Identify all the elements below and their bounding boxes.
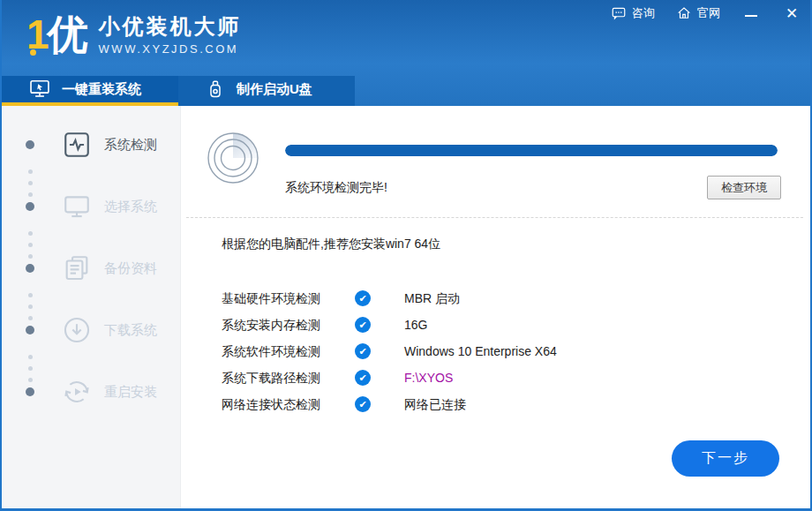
chat-bubble-icon bbox=[611, 5, 627, 21]
app-title: 小优装机大师 bbox=[99, 12, 242, 41]
official-site-label: 官网 bbox=[697, 5, 720, 21]
progress-bar bbox=[285, 145, 778, 156]
check-label: 基础硬件环境检测 bbox=[222, 289, 320, 307]
app-window: 1优 小优装机大师 WWW.XYZJDS.COM bbox=[0, 0, 812, 511]
step-dot bbox=[26, 326, 34, 334]
main-panel: 系统环境检测完毕! 检查环境 根据您的电脑配件,推荐您安装win7 64位 基础… bbox=[181, 106, 810, 508]
check-passed-icon: ✔ bbox=[355, 290, 371, 306]
next-step-button[interactable]: 下一步 bbox=[672, 440, 779, 477]
step-label: 重启安装 bbox=[104, 377, 157, 407]
progress-fill bbox=[285, 145, 778, 156]
topbar: 咨询 官网 ✕ bbox=[611, 5, 801, 21]
consult-label: 咨询 bbox=[632, 5, 655, 21]
tab-reinstall-system[interactable]: 一键重装系统 bbox=[2, 76, 178, 106]
check-passed-icon: ✔ bbox=[355, 317, 371, 333]
check-label: 系统软件环境检测 bbox=[222, 342, 320, 360]
status-text: 系统环境检测完毕! bbox=[285, 180, 387, 196]
pulse-detect-icon bbox=[62, 130, 92, 160]
step-label: 选择系统 bbox=[104, 192, 157, 222]
step-label: 备份资料 bbox=[104, 253, 157, 283]
sidebar-step-system-detect: 系统检测 bbox=[2, 130, 180, 160]
header: 1优 小优装机大师 WWW.XYZJDS.COM bbox=[2, 0, 810, 106]
check-row-network: 网络连接状态检测 ✔ 网络已连接 bbox=[181, 395, 810, 413]
check-label: 网络连接状态检测 bbox=[222, 395, 320, 413]
check-passed-icon: ✔ bbox=[355, 343, 371, 359]
step-dot bbox=[26, 387, 34, 396]
check-row-hardware: 基础硬件环境检测 ✔ MBR 启动 bbox=[181, 289, 810, 307]
sidebar-step-backup-data: 备份资料 bbox=[2, 253, 180, 283]
check-passed-icon: ✔ bbox=[355, 396, 371, 412]
usb-drive-icon bbox=[205, 79, 226, 100]
home-icon bbox=[676, 5, 692, 21]
tab-make-boot-usb[interactable]: 制作启动U盘 bbox=[178, 76, 355, 106]
check-value: F:\XYOS bbox=[404, 369, 453, 387]
consult-link[interactable]: 咨询 bbox=[611, 5, 655, 21]
official-site-link[interactable]: 官网 bbox=[676, 5, 720, 21]
check-label: 系统下载路径检测 bbox=[222, 369, 320, 387]
minimize-button[interactable] bbox=[741, 5, 761, 21]
monitor-icon bbox=[62, 192, 92, 222]
check-value: Windows 10 Enterprise X64 bbox=[404, 342, 557, 360]
check-row-software: 系统软件环境检测 ✔ Windows 10 Enterprise X64 bbox=[181, 342, 810, 360]
dashed-divider bbox=[186, 217, 803, 218]
recommendation-text: 根据您的电脑配件,推荐您安装win7 64位 bbox=[222, 237, 440, 252]
sidebar-step-download-system: 下载系统 bbox=[2, 315, 180, 345]
monitor-cursor-icon bbox=[28, 78, 51, 101]
step-dot bbox=[26, 264, 34, 273]
step-dot bbox=[26, 140, 34, 149]
check-label: 系统安装内存检测 bbox=[222, 316, 320, 334]
sidebar-step-select-system: 选择系统 bbox=[2, 192, 180, 222]
tabbar: 一键重装系统 制作启动U盘 bbox=[2, 76, 355, 106]
logo-dot bbox=[30, 49, 36, 56]
step-label: 系统检测 bbox=[104, 130, 157, 160]
sidebar-steps: 系统检测 选择系统 bbox=[2, 106, 181, 508]
brand-text: 小优装机大师 WWW.XYZJDS.COM bbox=[99, 12, 242, 56]
check-value: 16G bbox=[404, 316, 427, 334]
scan-spinner-icon bbox=[206, 131, 260, 185]
close-icon: ✕ bbox=[786, 6, 798, 21]
brand-logo: 1优 小优装机大师 WWW.XYZJDS.COM bbox=[26, 12, 242, 56]
download-circle-icon bbox=[62, 315, 92, 345]
minimize-icon bbox=[745, 15, 757, 17]
step-label: 下载系统 bbox=[104, 315, 157, 345]
brand-url: WWW.XYZJDS.COM bbox=[99, 42, 242, 56]
sidebar-step-restart-install: 重启安装 bbox=[2, 377, 180, 407]
tab-label: 制作启动U盘 bbox=[237, 81, 312, 98]
close-button[interactable]: ✕ bbox=[782, 5, 801, 21]
check-passed-icon: ✔ bbox=[355, 370, 371, 386]
check-value: MBR 启动 bbox=[404, 289, 460, 307]
documents-icon bbox=[62, 253, 92, 283]
check-value: 网络已连接 bbox=[404, 395, 466, 413]
logo-char: 优 bbox=[48, 11, 86, 57]
restart-icon bbox=[62, 377, 92, 407]
check-row-download-path: 系统下载路径检测 ✔ F:\XYOS bbox=[181, 369, 810, 387]
logo-mark: 1优 bbox=[26, 14, 86, 55]
check-row-memory: 系统安装内存检测 ✔ 16G bbox=[181, 316, 810, 334]
tab-label: 一键重装系统 bbox=[62, 81, 141, 98]
check-environment-button[interactable]: 检查环境 bbox=[707, 176, 781, 199]
step-dot bbox=[26, 202, 34, 211]
